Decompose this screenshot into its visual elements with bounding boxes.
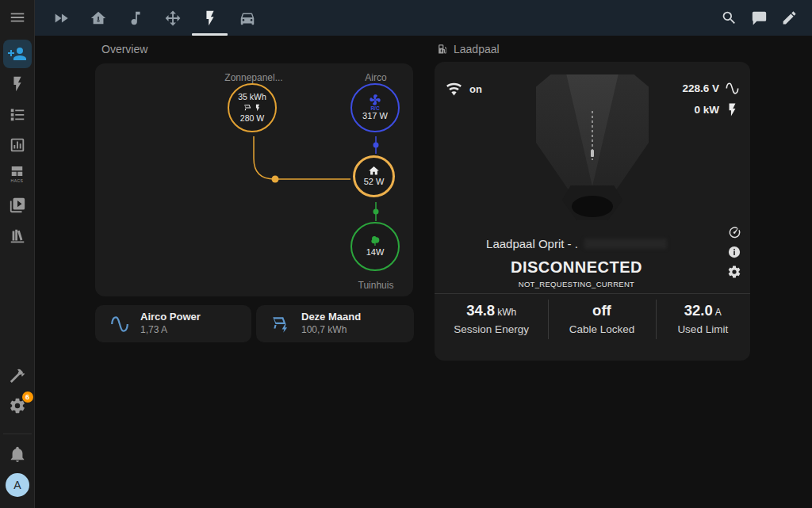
view-tabs: [42, 0, 266, 36]
voltage-value: 228.6 V: [682, 82, 719, 94]
used-limit-label: Used Limit: [656, 323, 750, 335]
music-note-icon: [127, 10, 144, 27]
home-icon: [368, 165, 380, 177]
hacs-label: HACS: [11, 179, 24, 183]
current-ac-icon: [109, 314, 130, 334]
sidebar-item-hacs[interactable]: HACS: [8, 164, 27, 183]
gauge-icon[interactable]: [727, 225, 741, 239]
garden-node[interactable]: 14W: [350, 222, 400, 271]
laadpaal-title-text: Laadpaal: [454, 43, 500, 55]
device-name-row: Laadpaal Oprit - .: [435, 237, 718, 250]
power-value: 0 kW: [694, 104, 719, 116]
solar-energy-value: 35 kWh: [238, 92, 266, 102]
month-energy-card[interactable]: Deze Maand 100,7 kWh: [256, 305, 414, 342]
sidebar-item-library[interactable]: [8, 227, 27, 246]
tab-energy[interactable]: [191, 0, 228, 36]
garden-power-value: 14W: [366, 247, 385, 258]
tab-car[interactable]: [228, 0, 266, 36]
assist-chat-icon[interactable]: [751, 10, 768, 26]
tab-fast-forward[interactable]: [42, 0, 79, 36]
gear-icon[interactable]: [727, 265, 741, 279]
stat-used-limit[interactable]: 32.0A Used Limit: [656, 294, 750, 361]
account-plus-icon: [8, 44, 27, 63]
stat-cable-locked[interactable]: off Cable Locked: [548, 294, 655, 361]
solar-power-value: 280 W: [240, 113, 264, 124]
solar-node[interactable]: 35 kWh 280 W: [228, 83, 277, 132]
month-energy-card-title: Deze Maand: [301, 311, 361, 324]
wifi-icon: [446, 81, 462, 97]
charger-status: DISCONNECTED: [435, 258, 718, 277]
sidebar-item-notifications[interactable]: [8, 445, 27, 464]
fan-icon: [369, 94, 381, 106]
tab-home[interactable]: [79, 0, 117, 36]
home-power-value: 52 W: [364, 177, 385, 188]
charger-socket-hole: [572, 196, 613, 217]
sidebar-item-energy[interactable]: [8, 74, 27, 94]
wifi-status[interactable]: on: [446, 81, 482, 97]
charger-led-strip: [592, 111, 593, 160]
search-icon[interactable]: [721, 10, 737, 26]
airco-power-card[interactable]: Airco Power 1,73 A: [95, 305, 251, 342]
stat-session-energy[interactable]: 34.8kWh Session Energy: [435, 294, 548, 361]
user-avatar[interactable]: A: [6, 473, 29, 497]
sidebar-divider: [3, 434, 32, 434]
cable-locked-label: Cable Locked: [548, 323, 655, 335]
cursor-move-icon: [164, 10, 182, 27]
sine-wave-icon: [725, 81, 740, 96]
lightning-bolt-icon: [201, 10, 219, 27]
sidebar-item-people[interactable]: [3, 40, 32, 68]
power-flow-card: Zonnepanel... Airco Tuinhuis 35 kWh 280 …: [95, 63, 413, 296]
charger-status-reason: NOT_REQUESTING_CURRENT: [435, 280, 718, 288]
topbar-actions: [721, 10, 798, 26]
home-node[interactable]: 52 W: [353, 155, 395, 197]
session-energy-unit: kWh: [497, 307, 516, 318]
airco-node[interactable]: R/C 317 W: [350, 83, 400, 132]
tree-icon: [369, 235, 381, 247]
session-energy-value: 34.8: [466, 302, 495, 319]
airco-power-card-value: 1,73 A: [140, 324, 201, 337]
tab-controls[interactable]: [154, 0, 191, 36]
charger-image: [536, 74, 649, 223]
stats-row: 34.8kWh Session Energy off Cable Locked …: [435, 294, 750, 361]
card-actions: [727, 225, 741, 279]
laadpaal-section-title: Laadpaal: [436, 43, 500, 55]
airco-node-label: Airco: [324, 72, 427, 83]
used-limit-unit: A: [715, 307, 722, 318]
solar-node-label: Zonnepanel...: [202, 72, 305, 83]
menu-icon[interactable]: [8, 8, 27, 27]
wifi-state-value: on: [469, 83, 482, 95]
ev-station-icon: [436, 44, 448, 55]
overview-section-title: Overview: [102, 43, 147, 55]
airco-power-value: 317 W: [362, 111, 388, 122]
laadpaal-card: on 228.6 V 0 kW Laadpaal Oprit - .: [435, 62, 750, 361]
sidebar: HACS 6 A: [0, 0, 35, 508]
used-limit-value: 32.0: [684, 302, 713, 319]
tab-music[interactable]: [117, 0, 154, 36]
flash-icon: [725, 102, 740, 117]
redacted-name: [584, 239, 667, 249]
edit-pencil-icon[interactable]: [781, 10, 798, 26]
power-reading[interactable]: 0 kW: [694, 102, 740, 117]
overview-title-text: Overview: [102, 43, 147, 55]
airco-power-card-title: Airco Power: [140, 311, 201, 324]
home-assistant-app: HACS 6 A Overview: [0, 0, 812, 508]
cable-locked-value: off: [592, 302, 611, 319]
top-app-bar: [35, 0, 812, 36]
sidebar-item-history[interactable]: [8, 136, 27, 155]
car-icon: [239, 10, 256, 27]
voltage-reading[interactable]: 228.6 V: [682, 81, 740, 96]
garden-node-label: Tuinhuis: [324, 280, 427, 291]
solar-power-icon: [243, 103, 262, 113]
fast-forward-icon: [52, 10, 70, 27]
home-thermometer-icon: [90, 10, 107, 27]
sidebar-item-media[interactable]: [8, 196, 27, 215]
device-name: Laadpaal Oprit - .: [486, 237, 578, 250]
sidebar-item-todo[interactable]: [8, 105, 27, 124]
settings-badge: 6: [22, 392, 33, 403]
info-icon[interactable]: [727, 245, 741, 259]
sidebar-item-settings[interactable]: 6: [8, 396, 27, 415]
month-energy-card-value: 100,7 kWh: [301, 324, 361, 337]
solar-power-icon: [270, 314, 291, 334]
session-energy-label: Session Energy: [435, 323, 548, 335]
sidebar-item-devtools[interactable]: [8, 366, 27, 385]
